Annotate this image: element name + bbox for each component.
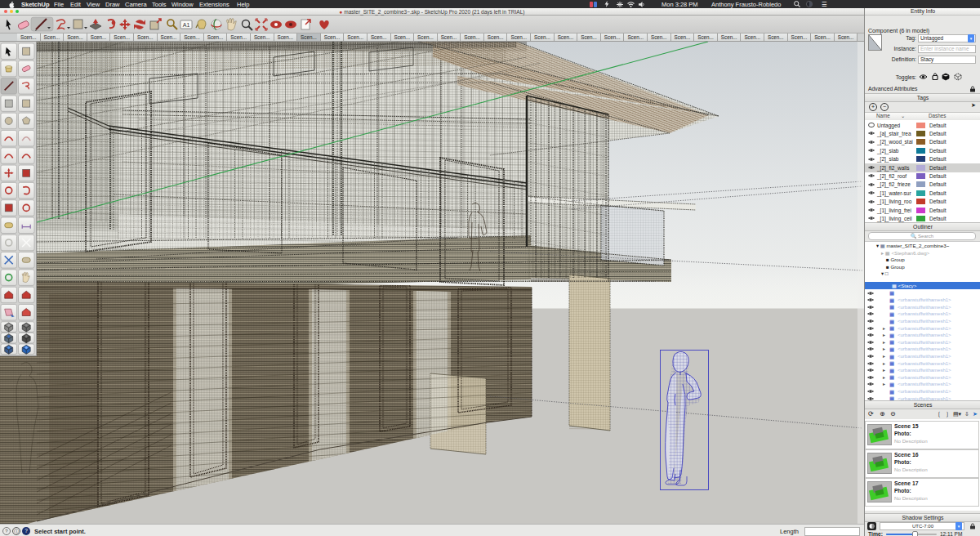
svg-text:A1: A1 bbox=[183, 22, 190, 28]
